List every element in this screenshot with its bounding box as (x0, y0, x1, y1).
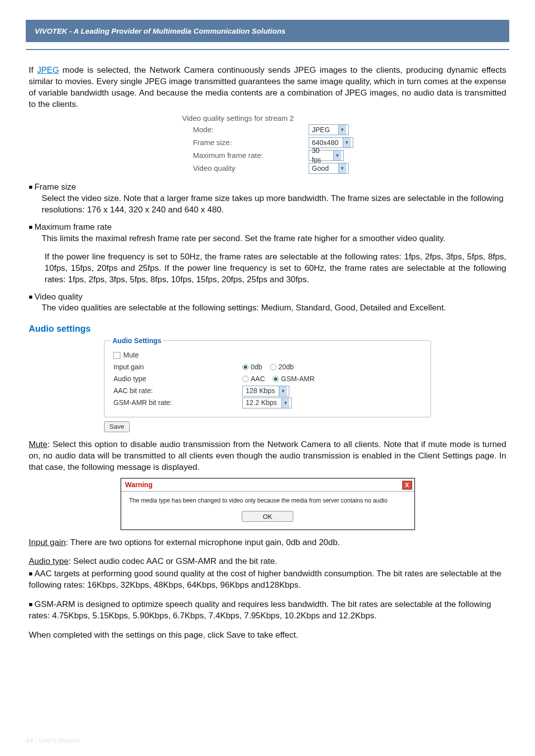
gsm-bitrate-label: GSM-AMR bit rate: (113, 398, 242, 407)
vq-mode-select[interactable]: JPEG▼ (309, 124, 349, 135)
audio-type-label: Audio type (113, 374, 242, 384)
gsm-bullet: ■ GSM-ARM is designed to optimize speech… (29, 599, 506, 622)
jpeg-link[interactable]: JPEG (37, 65, 59, 75)
vq-quality-select[interactable]: Good▼ (309, 163, 349, 174)
input-gain-20db-radio[interactable] (270, 364, 276, 370)
page-content: If JPEG mode is selected, the Network Ca… (0, 50, 535, 651)
audio-fieldset: Audio Settings Mute Input gain 0db 20db … (104, 340, 431, 417)
intro-paragraph: If JPEG mode is selected, the Network Ca… (29, 65, 506, 110)
gsm-bullet-text: GSM-ARM is designed to optimize speech q… (29, 600, 491, 620)
frame-size-body: Select the video size. Note that a large… (42, 193, 506, 216)
audio-type-gsm-text: GSM-AMR (281, 375, 315, 383)
input-gain-paragraph: Input gain: There are two options for ex… (29, 537, 506, 549)
vq-maxfps-label: Maximum frame rate: (182, 151, 309, 160)
audio-type-lead: Audio type (29, 556, 68, 566)
video-quality-title: Video quality (29, 292, 506, 303)
input-gain-label: Input gain (113, 362, 242, 372)
vq-maxfps-value: 30 fps (309, 146, 333, 165)
chevron-down-icon: ▼ (279, 386, 287, 396)
warning-title: Warning (125, 480, 153, 490)
chevron-down-icon: ▼ (281, 398, 289, 408)
input-gain-0db-text: 0db (251, 363, 262, 371)
max-frame-rate-body2: If the power line frequency is set to 50… (45, 252, 506, 286)
vq-quality-value: Good (309, 164, 338, 173)
mute-row: Mute (113, 350, 422, 361)
save-button[interactable]: Save (104, 421, 130, 432)
warning-dialog-mock: Warning X The media type has been change… (29, 478, 506, 530)
input-gain-0db-radio[interactable] (242, 364, 249, 370)
audio-settings-heading: Audio settings (29, 323, 506, 335)
header-bar: VIVOTEK - A Leading Provider of Multimed… (26, 20, 509, 42)
input-gain-lead: Input gain (29, 538, 66, 547)
aac-bitrate-select[interactable]: 128 Kbps▼ (242, 386, 289, 397)
vq-mode-value: JPEG (309, 125, 338, 135)
vq-heading: Video quality settings for stream 2 (182, 113, 353, 123)
gsm-bitrate-value: 12.2 Kbps (243, 398, 281, 407)
aac-bitrate-label: AAC bit rate: (113, 386, 242, 396)
audio-type-paragraph: Audio type: Select audio codec AAC or GS… (29, 556, 506, 567)
max-frame-rate-title: Maximum frame rate (29, 222, 506, 233)
audio-settings-mock: Audio Settings Mute Input gain 0db 20db … (29, 340, 506, 432)
frame-size-item: Frame size Select the video size. Note t… (29, 182, 506, 216)
warning-ok-button[interactable]: OK (242, 511, 293, 522)
mute-paragraph: Mute: Select this option to disable audi… (29, 439, 506, 473)
vq-maxfps-select[interactable]: 30 fps▼ (309, 150, 344, 161)
aac-bullet-text: AAC targets at performing good sound qua… (29, 569, 501, 590)
intro-body: mode is selected, the Network Camera con… (29, 65, 506, 109)
video-quality-body: The video qualities are selectable at th… (42, 302, 506, 314)
vq-framesize-label: Frame size: (182, 138, 309, 148)
audio-type-aac-radio[interactable] (242, 376, 249, 382)
frame-size-title: Frame size (29, 182, 506, 193)
closing-paragraph: When completed with the settings on this… (29, 630, 506, 641)
video-quality-settings-mock: Video quality settings for stream 2 Mode… (29, 113, 506, 175)
mute-checkbox[interactable] (113, 352, 120, 359)
input-gain-20db-text: 20db (278, 363, 294, 371)
audio-type-gsm-radio[interactable] (272, 376, 279, 382)
mute-body: : Select this option to disable audio tr… (29, 440, 506, 472)
intro-prefix: If (29, 65, 37, 75)
video-quality-item: Video quality The video qualities are se… (29, 292, 506, 314)
mute-label: Mute (123, 351, 139, 360)
max-frame-rate-body1: This limits the maximal refresh frame ra… (42, 233, 506, 245)
aac-bullet: ■ AAC targets at performing good sound q… (29, 568, 506, 591)
warning-titlebar: Warning X (121, 479, 414, 492)
page-footer: 44 - User's Manual (26, 737, 80, 744)
chevron-down-icon: ▼ (343, 138, 351, 148)
vq-quality-label: Video quality (182, 163, 309, 173)
close-icon[interactable]: X (402, 481, 412, 490)
audio-legend: Audio Settings (110, 336, 163, 346)
gsm-bitrate-select[interactable]: 12.2 Kbps▼ (242, 398, 292, 408)
chevron-down-icon: ▼ (338, 125, 346, 135)
warning-message: The media type has been changed to video… (127, 497, 408, 510)
header-title: VIVOTEK - A Leading Provider of Multimed… (35, 27, 285, 35)
audio-type-body: : Select audio codec AAC or GSM-AMR and … (68, 556, 277, 566)
input-gain-body: : There are two options for external mic… (66, 538, 340, 547)
mute-lead: Mute (29, 440, 48, 449)
chevron-down-icon: ▼ (338, 163, 346, 173)
aac-bitrate-value: 128 Kbps (243, 386, 279, 396)
vq-mode-label: Mode: (182, 125, 309, 135)
chevron-down-icon: ▼ (333, 151, 341, 160)
max-frame-rate-item: Maximum frame rate This limits the maxim… (29, 222, 506, 286)
audio-type-aac-text: AAC (251, 375, 265, 383)
